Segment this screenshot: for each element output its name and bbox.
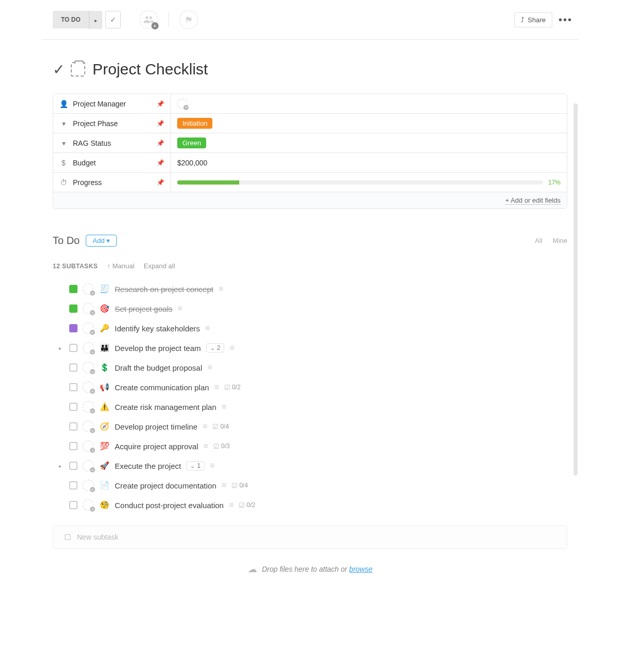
assignee-add-icon[interactable]	[83, 480, 94, 491]
checklist-progress[interactable]: 0/4	[212, 423, 229, 431]
assignee-add-icon[interactable]	[83, 283, 94, 295]
scrollbar[interactable]	[574, 103, 578, 476]
filter-all[interactable]: All	[535, 237, 542, 245]
subtask-checkbox[interactable]	[69, 501, 78, 509]
subtask-title[interactable]: Acquire project approval	[115, 442, 198, 451]
subtask-title[interactable]: Set project goals	[115, 304, 173, 313]
pin-icon[interactable]: 📌	[157, 120, 164, 127]
empty-assignee-icon[interactable]	[177, 99, 188, 109]
more-menu-button[interactable]: •••	[552, 12, 579, 28]
checklist-progress[interactable]: 0/3	[213, 442, 230, 450]
subtask-row[interactable]: ▸📢Create communication plan≡0/2	[53, 377, 567, 397]
subtask-title[interactable]: Develop project timeline	[115, 422, 197, 431]
status-dropdown-caret[interactable]	[89, 11, 102, 29]
assignee-add-icon[interactable]	[83, 460, 94, 471]
checklist-progress[interactable]: 0/4	[231, 482, 248, 490]
description-icon[interactable]: ≡	[204, 441, 208, 451]
checklist-progress[interactable]: 0/2	[224, 384, 241, 391]
assignee-add-icon[interactable]	[83, 381, 94, 393]
description-icon[interactable]: ≡	[214, 383, 219, 392]
checklist-progress[interactable]: 0/2	[239, 501, 255, 509]
subtask-row[interactable]: ▸🎯Set project goals≡	[53, 299, 567, 318]
subtask-checkbox[interactable]	[69, 383, 78, 391]
subtask-title[interactable]: Identify key stakeholders	[115, 324, 200, 333]
subtask-row[interactable]: ▸⚠️Create risk management plan≡	[53, 397, 567, 417]
subtask-checkbox[interactable]	[69, 462, 78, 470]
subtask-row[interactable]: ▸💯Acquire project approval≡0/3	[53, 436, 567, 456]
field-value-budget[interactable]: $200,000	[171, 153, 567, 172]
subtask-row[interactable]: ▸🔑Identify key stakeholders≡	[53, 318, 567, 338]
pin-icon[interactable]: 📌	[157, 140, 164, 147]
assignee-add-icon[interactable]	[83, 440, 94, 452]
pin-icon[interactable]: 📌	[157, 159, 164, 166]
expand-all-button[interactable]: Expand all	[144, 262, 175, 270]
pin-icon[interactable]: 📌	[157, 179, 164, 186]
description-icon[interactable]: ≡	[229, 343, 234, 353]
subtask-checkbox[interactable]	[69, 324, 78, 332]
expand-caret-icon[interactable]: ▸	[59, 463, 64, 469]
subtask-row[interactable]: ▸🧐Conduct post-project evaluation≡0/2	[53, 495, 567, 515]
subtask-title[interactable]: Create project documentation	[115, 481, 216, 490]
field-label-project-manager[interactable]: 👤 Project Manager 📌	[53, 94, 171, 113]
expand-caret-icon[interactable]: ▸	[59, 345, 64, 351]
description-icon[interactable]: ≡	[210, 461, 214, 470]
description-icon[interactable]: ≡	[207, 363, 212, 372]
attachment-dropzone[interactable]: ☁ Drop files here to attach or browse	[41, 549, 579, 585]
assignee-add-icon[interactable]	[83, 303, 94, 314]
subtask-checkbox[interactable]	[69, 363, 78, 372]
subtask-row[interactable]: ▸🧭Develop project timeline≡0/4	[53, 417, 567, 436]
description-icon[interactable]: ≡	[229, 500, 234, 510]
subtask-row[interactable]: ▸👪Develop the project team⌄2≡	[53, 338, 567, 358]
assignee-add-icon[interactable]	[83, 421, 94, 432]
sort-button[interactable]: Manual	[107, 262, 134, 270]
add-assignee-button[interactable]	[140, 10, 158, 29]
field-label-rag-status[interactable]: ▾ RAG Status 📌	[53, 133, 171, 152]
field-value-progress[interactable]: 17%	[171, 173, 567, 192]
description-icon[interactable]: ≡	[222, 402, 226, 411]
assignee-add-icon[interactable]	[83, 323, 94, 334]
assignee-add-icon[interactable]	[83, 362, 94, 373]
page-title[interactable]: Project Checklist	[92, 60, 208, 78]
description-icon[interactable]: ≡	[219, 284, 223, 294]
subtask-checkbox[interactable]	[69, 481, 78, 490]
field-label-budget[interactable]: $ Budget 📌	[53, 153, 171, 172]
add-subtask-button[interactable]: Add ▾	[86, 235, 117, 247]
subtask-title[interactable]: Create communication plan	[115, 383, 209, 392]
subtask-title[interactable]: Create risk management plan	[115, 403, 216, 411]
pin-icon[interactable]: 📌	[157, 100, 164, 108]
subtask-row[interactable]: ▸💲Draft the budget proposal≡	[53, 358, 567, 377]
description-icon[interactable]: ≡	[203, 422, 207, 431]
description-icon[interactable]: ≡	[205, 324, 210, 333]
priority-flag-button[interactable]	[179, 10, 198, 29]
progress-bar[interactable]	[177, 180, 543, 185]
subtask-checkbox[interactable]	[69, 403, 78, 411]
assignee-add-icon[interactable]	[83, 499, 94, 511]
browse-link[interactable]: browse	[349, 565, 373, 573]
assignee-add-icon[interactable]	[83, 342, 94, 354]
new-subtask-input[interactable]: New subtask	[53, 525, 567, 549]
field-value-project-phase[interactable]: Initiation	[171, 114, 567, 133]
status-button[interactable]: TO DO	[53, 11, 89, 28]
subtask-title[interactable]: Conduct post-project evaluation	[115, 501, 224, 510]
filter-mine[interactable]: Mine	[553, 237, 567, 245]
subtask-checkbox[interactable]	[69, 285, 78, 293]
subtask-count-chip[interactable]: ⌄1	[186, 461, 205, 470]
description-icon[interactable]: ≡	[222, 481, 226, 490]
add-edit-fields-link[interactable]: + Add or edit fields	[505, 196, 561, 205]
mark-complete-button[interactable]	[105, 11, 121, 28]
subtask-title[interactable]: Research on project concept	[115, 285, 213, 294]
subtask-checkbox[interactable]	[69, 344, 78, 352]
description-icon[interactable]: ≡	[178, 304, 182, 313]
field-value-rag-status[interactable]: Green	[171, 133, 567, 152]
subtask-row[interactable]: ▸🧾Research on project concept≡	[53, 279, 567, 299]
field-value-project-manager[interactable]	[171, 94, 567, 113]
subtask-row[interactable]: ▸🚀Execute the project⌄1≡	[53, 456, 567, 476]
subtask-row[interactable]: ▸📄Create project documentation≡0/4	[53, 476, 567, 495]
subtask-title[interactable]: Develop the project team	[115, 344, 201, 353]
subtask-title[interactable]: Draft the budget proposal	[115, 363, 202, 372]
subtask-title[interactable]: Execute the project	[115, 462, 181, 470]
subtask-checkbox[interactable]	[69, 304, 78, 313]
share-button[interactable]: ⤴ Share	[514, 12, 552, 27]
subtask-count-chip[interactable]: ⌄2	[206, 343, 225, 353]
assignee-add-icon[interactable]	[83, 401, 94, 413]
